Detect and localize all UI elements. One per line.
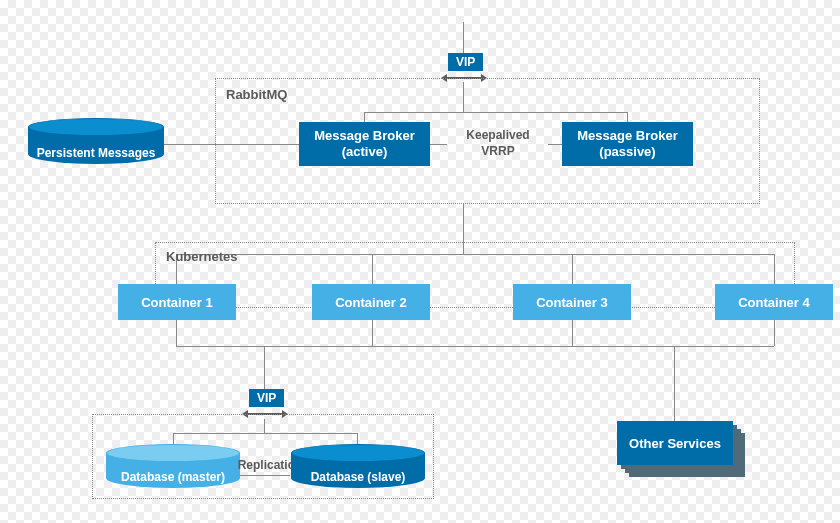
database-master: Database (master) <box>106 444 240 488</box>
connector <box>240 475 290 476</box>
diagram-canvas: VIP RabbitMQ Persistent Messages Message… <box>0 0 840 523</box>
connector <box>674 346 675 421</box>
kubernetes-title: Kubernetes <box>166 249 238 264</box>
connector <box>372 320 373 346</box>
kubernetes-group: Kubernetes <box>155 242 795 308</box>
other-services-stack: Other Services <box>617 421 733 465</box>
connector <box>572 320 573 346</box>
message-broker-passive: Message Broker (passive) <box>562 122 693 166</box>
text: Message Broker <box>577 128 677 144</box>
connector <box>430 144 447 145</box>
connector <box>364 112 628 113</box>
connector <box>774 320 775 346</box>
database-slave-label: Database (slave) <box>291 470 425 484</box>
connector <box>548 144 562 145</box>
database-master-label: Database (master) <box>106 470 240 484</box>
container-3: Container 3 <box>513 284 631 320</box>
container-4: Container 4 <box>715 284 833 320</box>
message-broker-active: Message Broker (active) <box>299 122 430 166</box>
connector <box>173 433 358 434</box>
connector <box>264 419 265 433</box>
vip-badge-db: VIP <box>249 389 284 407</box>
connector <box>176 320 177 346</box>
container-2: Container 2 <box>312 284 430 320</box>
connector <box>264 346 265 390</box>
rabbitmq-title: RabbitMQ <box>226 87 287 102</box>
persistent-messages-db: Persistent Messages <box>28 118 164 164</box>
connector <box>463 204 464 242</box>
text: Message Broker <box>314 128 414 144</box>
text: (passive) <box>599 144 655 160</box>
text: (active) <box>342 144 388 160</box>
persistent-messages-label: Persistent Messages <box>28 146 164 160</box>
connector <box>364 112 365 122</box>
connector <box>627 112 628 122</box>
connector <box>176 346 774 347</box>
other-services-card: Other Services <box>617 421 733 465</box>
vrrp-label: VRRP <box>438 145 558 159</box>
database-slave: Database (slave) <box>291 444 425 488</box>
connector <box>463 82 464 112</box>
connector <box>164 144 299 145</box>
connector <box>463 22 464 54</box>
container-1: Container 1 <box>118 284 236 320</box>
vip-badge-top: VIP <box>448 53 483 71</box>
keepalived-label: Keepalived <box>438 129 558 143</box>
